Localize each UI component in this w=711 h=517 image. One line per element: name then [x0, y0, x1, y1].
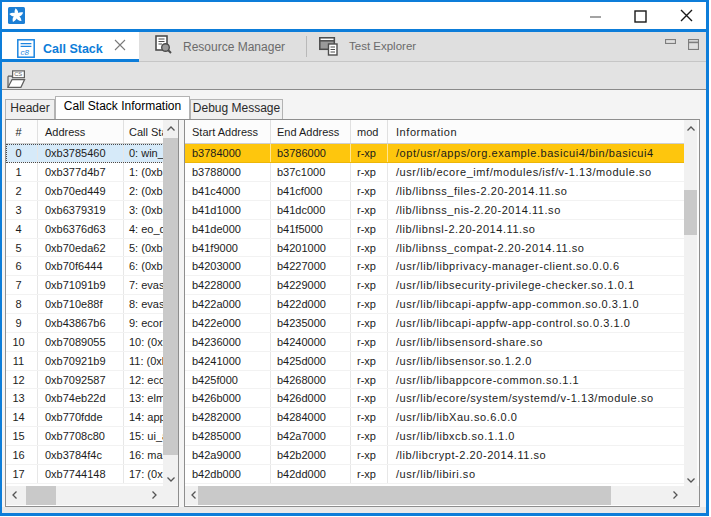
svg-text:c8: c8: [20, 47, 29, 56]
svg-text:CS: CS: [14, 71, 22, 77]
